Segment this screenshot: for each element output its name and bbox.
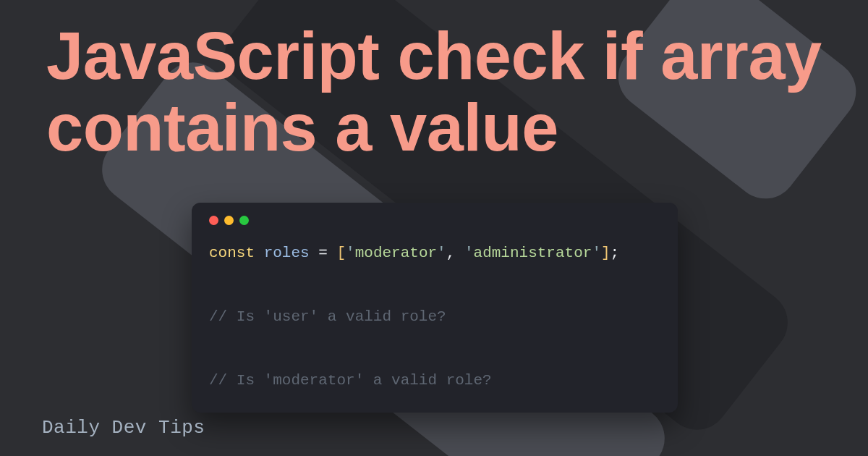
code-quote: ' [437, 245, 446, 261]
code-op: = [318, 245, 328, 261]
code-comma: , [446, 245, 456, 261]
footer-brand: Daily Dev Tips [42, 417, 205, 439]
code-block: const roles = ['moderator', 'administrat… [209, 241, 660, 394]
code-string: administrator [474, 245, 592, 261]
code-bracket-open: [ [336, 245, 346, 261]
code-comment: // Is 'moderator' a valid role? [209, 372, 492, 389]
traffic-light-red-icon [209, 216, 218, 225]
code-bracket-close: ] [601, 245, 610, 261]
code-keyword: const [209, 245, 255, 261]
window-traffic-lights [209, 216, 660, 225]
traffic-light-green-icon [239, 216, 249, 225]
traffic-light-yellow-icon [224, 216, 234, 225]
page-title: JavaScript check if array contains a val… [46, 20, 822, 164]
code-string: moderator [355, 245, 437, 261]
code-quote: ' [346, 245, 355, 261]
code-window: const roles = ['moderator', 'administrat… [192, 203, 678, 413]
code-comment: // Is 'user' a valid role? [209, 308, 446, 325]
code-quote: ' [592, 245, 601, 261]
code-semicolon: ; [610, 245, 620, 261]
code-quote: ' [464, 245, 474, 261]
code-var: roles [264, 245, 310, 261]
